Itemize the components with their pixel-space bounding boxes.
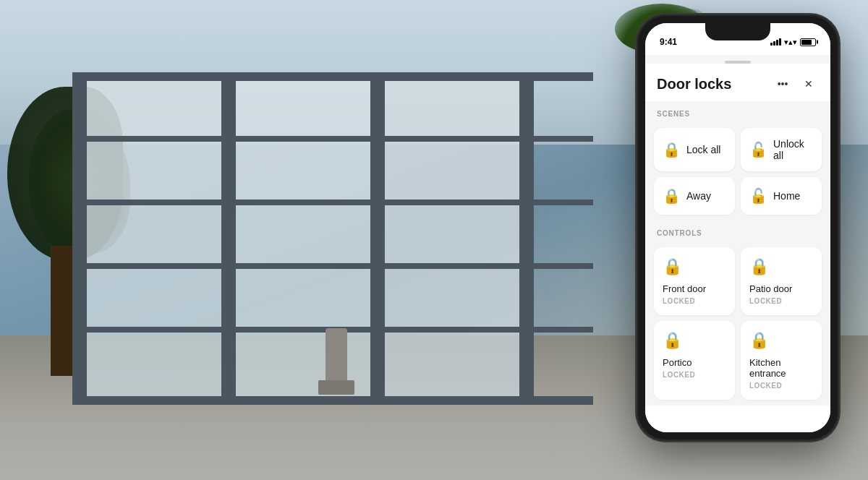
- status-icons: ▾▴▾: [770, 38, 816, 47]
- kitchen-entrance-icon: 🔒: [749, 331, 813, 350]
- scene-card-unlock-all[interactable]: 🔓 Unlock all: [741, 128, 822, 171]
- portico-icon: 🔒: [663, 331, 726, 350]
- controls-section-label: CONTROLS: [645, 220, 830, 241]
- unlock-all-label: Unlock all: [773, 138, 813, 161]
- front-door-name: Front door: [663, 283, 726, 294]
- away-icon: 🔒: [663, 187, 681, 205]
- control-card-patio-door[interactable]: 🔒 Patio door LOCKED: [741, 247, 822, 315]
- control-card-portico[interactable]: 🔒 Portico LOCKED: [654, 321, 735, 400]
- lock-all-icon: 🔒: [663, 141, 681, 158]
- close-button[interactable]: ✕: [799, 74, 819, 94]
- patio-door-icon: 🔒: [749, 257, 813, 276]
- status-time: 9:41: [660, 37, 677, 47]
- home-icon: 🔓: [749, 187, 767, 205]
- kitchen-entrance-status: LOCKED: [749, 382, 813, 390]
- away-label: Away: [686, 190, 711, 202]
- lock-all-label: Lock all: [686, 144, 720, 155]
- patio-door-name: Patio door: [749, 283, 813, 294]
- page-title: Door locks: [657, 76, 731, 93]
- portico-status: LOCKED: [663, 371, 726, 379]
- scenes-grid: 🔒 Lock all 🔓 Unlock all 🔒 Away 🔓 Home: [645, 122, 830, 220]
- scenes-section-label: SCENES: [645, 101, 830, 122]
- app-header: Door locks ••• ✕: [645, 64, 830, 101]
- battery-icon: [800, 38, 816, 46]
- front-door-status: LOCKED: [663, 297, 726, 305]
- unlock-all-icon: 🔓: [749, 141, 767, 158]
- bollard-base: [318, 380, 354, 395]
- more-options-button[interactable]: •••: [773, 74, 793, 94]
- scene-card-away[interactable]: 🔒 Away: [654, 177, 735, 215]
- wifi-icon: ▾▴▾: [784, 38, 797, 47]
- patio-door-status: LOCKED: [749, 297, 813, 305]
- header-actions: ••• ✕: [773, 74, 819, 94]
- portico-name: Portico: [663, 357, 726, 368]
- app-content[interactable]: Door locks ••• ✕ SCENES 🔒 Lock all 🔓 Unl…: [645, 64, 830, 432]
- scene-card-lock-all[interactable]: 🔒 Lock all: [654, 128, 735, 171]
- home-label: Home: [773, 190, 800, 202]
- signal-icon: [770, 38, 781, 46]
- bollard: [326, 328, 347, 386]
- control-card-front-door[interactable]: 🔒 Front door LOCKED: [654, 247, 735, 315]
- notch: [705, 23, 770, 40]
- kitchen-entrance-name: Kitchen entrance: [749, 357, 813, 379]
- scene-card-home[interactable]: 🔓 Home: [741, 177, 822, 215]
- control-card-kitchen-entrance[interactable]: 🔒 Kitchen entrance LOCKED: [741, 321, 822, 400]
- phone: 9:41 ▾▴▾ Door locks: [637, 14, 839, 441]
- controls-grid: 🔒 Front door LOCKED 🔒 Patio door LOCKED …: [645, 241, 830, 406]
- front-door-icon: 🔒: [663, 257, 726, 276]
- phone-screen: 9:41 ▾▴▾ Door locks: [645, 23, 830, 432]
